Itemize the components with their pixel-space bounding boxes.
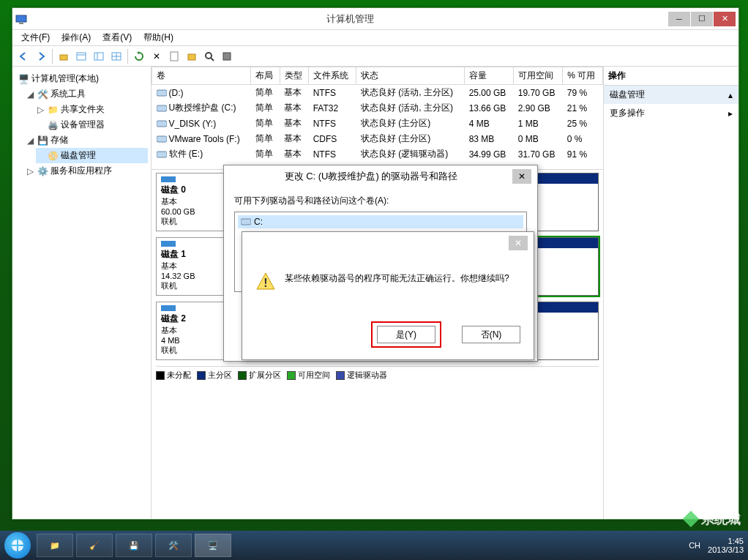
expand-icon[interactable]: ▷ [26, 166, 34, 176]
svg-rect-19 [157, 152, 167, 157]
tree-system-tools[interactable]: ◢🛠️系统工具 [26, 86, 148, 102]
dialog-close-button[interactable]: ✕ [512, 169, 531, 184]
col-layout[interactable]: 布局 [251, 67, 280, 85]
maximize-button[interactable]: ☐ [691, 12, 713, 26]
open-icon[interactable] [184, 48, 200, 64]
tree-root[interactable]: 🖥️计算机管理(本地) [15, 71, 148, 86]
legend: 未分配 主分区 扩展分区 可用空间 逻辑驱动器 [156, 366, 599, 384]
back-icon[interactable] [15, 48, 31, 64]
menu-help[interactable]: 帮助(H) [138, 30, 179, 45]
titlebar: 计算机管理 ─ ☐ ✕ [12, 8, 738, 30]
app-icon [15, 13, 27, 25]
drive-list-item[interactable]: C: [238, 215, 523, 228]
properties-icon[interactable] [166, 48, 182, 64]
svg-rect-0 [16, 15, 26, 22]
menu-file[interactable]: 文件(F) [15, 30, 56, 45]
task-item[interactable]: 🛠️ [155, 534, 192, 557]
taskbar: 📁 🧹 💾 🛠️ 🖥️ CH 1:45 2013/3/13 [0, 531, 748, 560]
svg-rect-1 [19, 23, 23, 24]
pane-icon[interactable] [91, 48, 107, 64]
chevron-up-icon: ▴ [728, 90, 733, 100]
toolbar: ✕ [12, 46, 738, 67]
task-item[interactable]: 🖥️ [195, 534, 231, 557]
svg-rect-20 [241, 219, 251, 225]
window-title: 计算机管理 [33, 12, 667, 26]
minimize-button[interactable]: ─ [668, 12, 690, 26]
svg-text:!: ! [263, 277, 267, 289]
list-icon[interactable] [73, 48, 89, 64]
clock-date[interactable]: 2013/3/13 [708, 545, 744, 554]
table-row[interactable]: U教授维护盘 (C:)简单基本FAT32状态良好 (活动, 主分区)13.66 … [152, 100, 603, 116]
tree-storage[interactable]: ◢💾存储 [26, 132, 148, 148]
yes-button[interactable]: 是(Y) [377, 326, 435, 343]
tree-device-manager[interactable]: ▷🖨️设备管理器 [36, 117, 148, 132]
col-free[interactable]: 可用空间 [514, 67, 563, 85]
expand-icon[interactable]: ▷ [36, 105, 45, 115]
settings-icon[interactable] [219, 48, 235, 64]
wrench-icon: 🛠️ [37, 89, 48, 100]
col-status[interactable]: 状态 [356, 67, 465, 85]
svg-point-23 [11, 539, 24, 552]
menu-view[interactable]: 查看(V) [97, 30, 138, 45]
watermark: 系统城 [685, 510, 741, 528]
svg-point-12 [206, 53, 212, 59]
collapse-icon[interactable]: ◢ [26, 89, 34, 100]
actions-panel: 操作 磁盘管理▴ 更多操作▸ [603, 67, 738, 519]
col-fs[interactable]: 文件系统 [309, 67, 356, 85]
confirm-dialog: 磁盘管理 ✕ ! 某些依赖驱动器号的程序可能无法正确运行。你想继续吗? 是(Y)… [242, 231, 534, 360]
device-icon: 🖨️ [47, 119, 59, 131]
col-pct[interactable]: % 可用 [563, 67, 603, 85]
clock-time[interactable]: 1:45 [708, 537, 744, 545]
services-icon: ⚙️ [37, 165, 48, 177]
forward-icon[interactable] [33, 48, 49, 64]
col-type[interactable]: 类型 [280, 67, 309, 85]
language-indicator[interactable]: CH [689, 541, 700, 550]
table-row[interactable]: V_DISK (Y:)简单基本NTFS状态良好 (主分区)4 MB1 MB25 … [152, 116, 603, 131]
actions-header: 操作 [604, 67, 738, 86]
table-row[interactable]: (D:)简单基本NTFS状态良好 (活动, 主分区)25.00 GB19.70 … [152, 85, 603, 101]
dialog-label: 可用下列驱动器号和路径访问这个卷(A): [234, 195, 527, 207]
svg-rect-14 [223, 53, 231, 60]
no-button[interactable]: 否(N) [462, 326, 520, 343]
find-icon[interactable] [201, 48, 217, 64]
dialog-title: 更改 C: (U教授维护盘) 的驱动器号和路径 [230, 170, 512, 183]
svg-rect-3 [77, 53, 86, 60]
delete-icon[interactable]: ✕ [149, 48, 165, 64]
tree-services[interactable]: ▷⚙️服务和应用程序 [26, 163, 148, 179]
svg-rect-11 [188, 54, 195, 60]
yes-button-highlight: 是(Y) [371, 321, 441, 348]
dialog-titlebar: 更改 C: (U教授维护盘) 的驱动器号和路径 ✕ [224, 165, 537, 187]
tree-panel: 🖥️计算机管理(本地) ◢🛠️系统工具 ▷📁共享文件夹 ▷🖨️设备管理器 ◢💾存… [12, 67, 152, 519]
task-item[interactable]: 📁 [37, 534, 73, 557]
confirm-title: 磁盘管理 [248, 236, 509, 250]
folder-icon: 📁 [47, 104, 59, 116]
svg-line-13 [211, 58, 214, 61]
system-tray: CH 1:45 2013/3/13 [689, 537, 744, 554]
confirm-close-button[interactable]: ✕ [509, 236, 528, 250]
svg-rect-16 [157, 105, 167, 111]
svg-rect-2 [60, 55, 67, 60]
refresh-icon[interactable] [131, 48, 147, 64]
confirm-message: 某些依赖驱动器号的程序可能无法正确运行。你想继续吗? [285, 272, 509, 285]
close-button[interactable]: ✕ [714, 12, 736, 26]
col-volume[interactable]: 卷 [152, 67, 251, 85]
start-button[interactable] [4, 532, 31, 559]
task-item[interactable]: 💾 [116, 534, 152, 557]
actions-diskmgmt[interactable]: 磁盘管理▴ [604, 86, 738, 104]
menu-action[interactable]: 操作(A) [56, 30, 97, 45]
tree-shared-folders[interactable]: ▷📁共享文件夹 [36, 102, 148, 117]
task-item[interactable]: 🧹 [76, 534, 113, 557]
svg-rect-5 [94, 53, 103, 60]
actions-more[interactable]: 更多操作▸ [604, 104, 738, 122]
table-row[interactable]: 软件 (E:)简单基本NTFS状态良好 (逻辑驱动器)34.99 GB31.70… [152, 146, 603, 162]
table-icon[interactable] [108, 48, 124, 64]
col-capacity[interactable]: 容量 [465, 67, 514, 85]
menubar: 文件(F) 操作(A) 查看(V) 帮助(H) [12, 30, 738, 46]
chevron-right-icon: ▸ [728, 108, 733, 119]
watermark-logo-icon [683, 511, 700, 528]
up-icon[interactable] [56, 48, 72, 64]
svg-rect-18 [157, 136, 167, 142]
tree-disk-management[interactable]: ▷📀磁盘管理 [36, 148, 148, 163]
collapse-icon[interactable]: ◢ [26, 135, 34, 146]
table-row[interactable]: VMware Tools (F:)简单基本CDFS状态良好 (主分区)83 MB… [152, 131, 603, 146]
